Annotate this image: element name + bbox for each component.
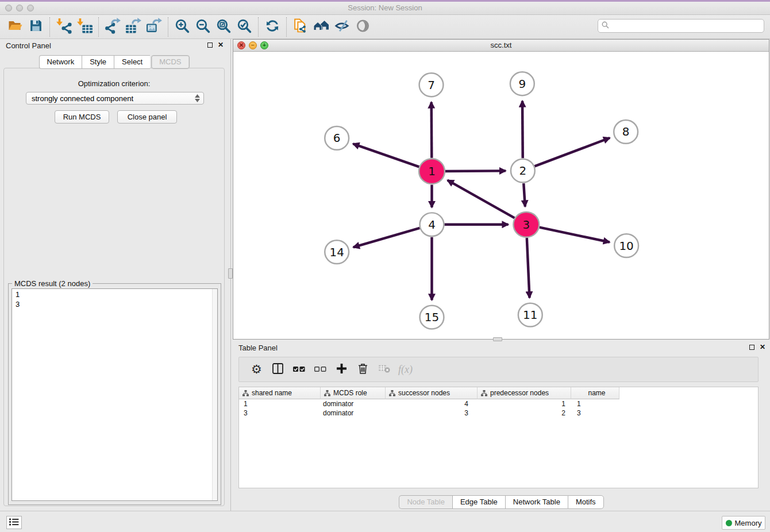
svg-text:9: 9 [519,78,526,91]
table-cell[interactable]: 3 [571,408,619,418]
column-header-predecessor-nodes[interactable]: predecessor nodes [478,387,571,399]
table-cell[interactable]: 3 [239,408,321,418]
table-cell[interactable]: 4 [386,399,478,408]
graph-edge-3-10[interactable] [540,228,610,242]
table-cell[interactable]: 3 [386,408,478,418]
column-header-successor-nodes[interactable]: successor nodes [386,387,478,399]
apply-layout-button[interactable] [262,17,283,37]
export-image-button[interactable] [144,17,164,37]
birds-eye-view-button[interactable] [352,17,373,37]
graph-node-15[interactable]: 15 [420,306,444,329]
memory-button[interactable]: Memory [722,516,765,530]
zoom-fit-button[interactable] [213,17,234,37]
network-minimize-icon[interactable]: − [249,41,257,49]
search-box[interactable] [598,19,764,33]
tab-mcds[interactable]: MCDS [151,55,189,69]
mcds-result-scrollbar[interactable] [212,289,217,500]
graph-edge-1-2[interactable] [445,171,506,171]
show-all-networks-button[interactable] [311,17,332,37]
table-cell[interactable]: 1 [478,399,571,408]
graph-node-4[interactable]: 4 [420,213,444,236]
table-cell[interactable]: 1 [571,399,619,408]
table-cell[interactable]: 1 [239,399,321,408]
table-cell[interactable]: dominator [321,399,386,408]
graph-node-11[interactable]: 11 [518,303,542,327]
graph-edge-2-8[interactable] [534,138,610,166]
tab-style[interactable]: Style [82,55,114,69]
close-window-button[interactable] [5,5,12,11]
table-cell[interactable]: dominator [321,408,386,418]
graph-edge-3-11[interactable] [527,238,530,298]
table-options-button[interactable]: ⚙ [246,359,267,380]
show-column-panel-button[interactable] [267,359,288,380]
float-panel-icon[interactable] [749,345,754,350]
open-session-button[interactable] [5,17,25,37]
function-builder-button[interactable]: f(x) [395,359,416,380]
graph-edge-4-14[interactable] [353,228,420,247]
graph-node-2[interactable]: 2 [511,159,535,183]
tab-select[interactable]: Select [114,55,150,69]
clear-selection-button[interactable] [310,359,331,380]
delete-columns-button[interactable] [352,359,374,380]
close-panel-icon[interactable]: ✕ [760,345,765,350]
column-label: successor nodes [398,389,450,397]
graph-node-6[interactable]: 6 [325,126,349,150]
export-network-button[interactable] [102,17,123,37]
network-graph[interactable]: 7968124314101511 [233,52,769,339]
delete-table-button[interactable] [374,359,395,380]
float-panel-icon[interactable] [207,43,213,48]
zoom-selected-button[interactable] [234,17,255,37]
graph-edge-2-3[interactable] [523,183,525,206]
task-history-button[interactable] [6,516,22,529]
graph-edge-3-1[interactable] [448,180,515,218]
vertical-splitter-handle[interactable] [228,268,233,279]
select-all-button[interactable] [288,359,310,380]
tab-network[interactable]: Network [38,55,82,69]
optimization-criterion-select[interactable]: strongly connected component [26,92,204,105]
network-canvas[interactable]: 7968124314101511 [233,52,769,339]
column-header-name[interactable]: name [571,387,619,399]
run-mcds-button[interactable]: Run MCDS [55,110,109,124]
add-column-button[interactable] [331,359,352,380]
horizontal-splitter-handle[interactable] [493,337,502,341]
zoom-out-button[interactable] [192,17,213,37]
tab-edge-table[interactable]: Edge Table [452,495,505,509]
network-window-titlebar[interactable]: ✕ − + scc.txt [233,40,769,52]
clone-network-button[interactable] [290,17,311,37]
svg-text:2: 2 [519,164,527,178]
tab-network-table[interactable]: Network Table [505,495,568,509]
graph-node-7[interactable]: 7 [419,73,444,97]
tab-node-table[interactable]: Node Table [399,495,452,509]
table-panel-title: Table Panel [238,344,278,352]
table-cell[interactable]: 2 [478,408,571,418]
network-maximize-icon[interactable]: + [260,41,268,49]
import-table-button[interactable] [74,17,95,37]
column-header-shared-name[interactable]: shared name [239,387,321,399]
graph-node-1[interactable]: 1 [419,159,445,184]
graph-node-9[interactable]: 9 [510,72,534,95]
export-table-button[interactable] [123,17,144,37]
graph-edge-1-6[interactable] [353,144,419,167]
toggle-graphics-details-button[interactable] [332,17,352,37]
graph-node-3[interactable]: 3 [513,212,539,237]
search-input[interactable] [611,22,760,30]
mcds-result-text[interactable]: 1 3 [11,288,218,501]
close-panel-button[interactable]: Close panel [117,110,177,124]
minimize-window-button[interactable] [16,5,23,11]
zoom-in-button[interactable] [172,17,192,37]
network-close-icon[interactable]: ✕ [237,41,245,49]
graph-node-10[interactable]: 10 [614,234,638,257]
select-stepper-icon [195,94,200,102]
import-network-button[interactable] [53,17,74,37]
tab-motifs[interactable]: Motifs [568,495,604,509]
table-row[interactable]: 1dominator411 [239,399,758,408]
graph-edge-2-9[interactable] [522,101,523,159]
save-session-button[interactable] [25,17,46,37]
maximize-window-button[interactable] [27,5,34,11]
graph-edge-1-7[interactable] [432,102,432,158]
graph-node-14[interactable]: 14 [325,240,349,264]
table-row[interactable]: 3dominator323 [239,408,758,418]
column-header-mcds-role[interactable]: MCDS role [321,387,386,399]
close-panel-icon[interactable]: ✕ [218,43,224,48]
graph-node-8[interactable]: 8 [614,120,638,144]
